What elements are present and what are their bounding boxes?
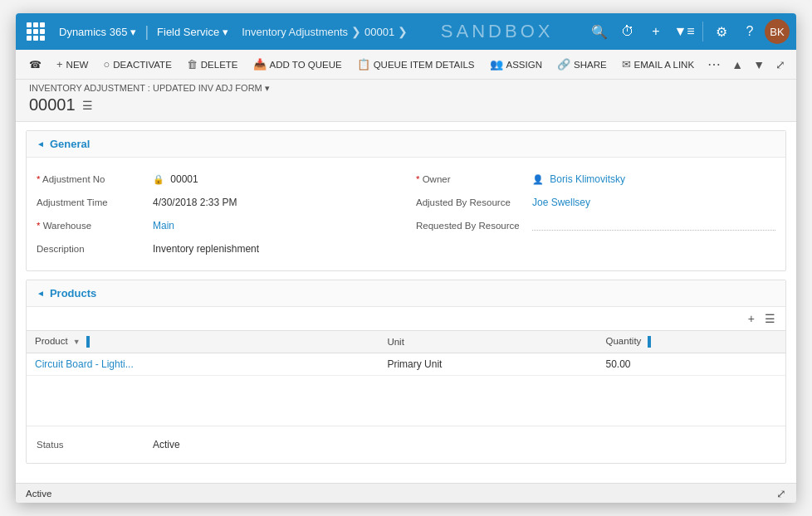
adjustment-no-label: Adjustment No — [37, 171, 153, 187]
product-column-header[interactable]: Product ▼ — [27, 331, 379, 353]
phone-icon[interactable]: ☎ — [22, 56, 48, 74]
new-nav-icon[interactable]: + — [643, 18, 669, 45]
breadcrumb-sep-1: ❯ — [351, 25, 361, 38]
more-actions-icon[interactable]: ⋯ — [702, 53, 726, 75]
new-button[interactable]: + NEW — [50, 55, 95, 74]
general-collapse-icon[interactable]: ◄ — [37, 139, 45, 148]
breadcrumb-area: Inventory Adjustments ❯ 00001 ❯ — [242, 25, 408, 38]
queue-item-details-label: QUEUE ITEM DETAILS — [374, 60, 475, 70]
products-toolbar: + ☰ — [27, 307, 785, 331]
record-id-row: 00001 ☰ — [29, 95, 783, 114]
breadcrumb-sep-2: ❯ — [398, 25, 408, 38]
warehouse-row: Warehouse Main — [37, 214, 396, 237]
assign-label: ASSIGN — [506, 60, 542, 70]
add-to-queue-label: ADD TO QUEUE — [270, 60, 342, 70]
adjusted-by-resource-value[interactable]: Joe Swellsey — [532, 194, 775, 211]
help-nav-icon[interactable]: ? — [736, 18, 763, 45]
adjustment-time-row: Adjustment Time 4/30/2018 2:33 PM — [37, 191, 396, 214]
quantity-cell: 50.00 — [598, 353, 785, 376]
assign-button[interactable]: 👥 ASSIGN — [483, 55, 549, 74]
add-to-queue-button[interactable]: 📥 ADD TO QUEUE — [247, 55, 349, 74]
warehouse-value[interactable]: Main — [153, 217, 396, 234]
record-toolbar: ☎ + NEW ○ DEACTIVATE 🗑 DELETE 📥 ADD TO Q… — [16, 50, 796, 80]
products-table-header: Product ▼ Unit Quantity — [27, 331, 785, 353]
general-section-title[interactable]: General — [50, 138, 90, 150]
owner-label: Owner — [416, 171, 532, 187]
unit-column-header[interactable]: Unit — [379, 331, 597, 353]
brand-nav-item[interactable]: Dynamics 365 ▾ — [52, 22, 143, 41]
breadcrumb-record[interactable]: 00001 — [364, 26, 394, 38]
bottom-status-text: Active — [26, 489, 51, 499]
product-col-indicator — [86, 336, 90, 348]
products-section-header[interactable]: ◄ Products — [27, 280, 785, 307]
status-row: Status Active — [37, 433, 775, 456]
waffle-menu-icon[interactable] — [22, 18, 49, 45]
expand-icon[interactable]: ⤢ — [770, 55, 790, 75]
user-avatar[interactable]: BK — [765, 19, 790, 44]
recent-nav-icon[interactable]: ⏱ — [614, 18, 641, 45]
products-table: Product ▼ Unit Quantity — [27, 331, 785, 376]
general-section-header[interactable]: ◄ General — [27, 131, 785, 158]
brand-label: Dynamics 365 — [59, 26, 127, 38]
product-sort-icon: ▼ — [73, 338, 81, 346]
general-left-col: Adjustment No 🔒 00001 Adjustment Time 4/… — [27, 164, 406, 264]
email-icon: ✉ — [622, 58, 631, 71]
delete-icon: 🗑 — [187, 58, 198, 71]
lock-icon: 🔒 — [153, 174, 164, 184]
top-navigation: Dynamics 365 ▾ | Field Service ▾ Invento… — [16, 13, 796, 50]
quantity-column-header[interactable]: Quantity — [598, 331, 785, 353]
module-chevron-icon: ▾ — [223, 26, 228, 38]
general-section: ◄ General Adjustment No 🔒 00001 Adjustme… — [26, 130, 786, 271]
description-row: Description Inventory replenishment — [37, 237, 396, 260]
search-nav-icon[interactable]: 🔍 — [586, 18, 613, 45]
nav-icons-group: 🔍 ⏱ + ▼≡ ⚙ ? BK — [586, 18, 790, 45]
status-label: Status — [37, 436, 153, 453]
nav-down-icon[interactable]: ▼ — [749, 55, 769, 75]
close-icon[interactable]: ✕ — [792, 55, 796, 75]
bottom-right-icons: ⤢ — [776, 487, 786, 500]
add-to-queue-icon: 📥 — [253, 58, 267, 71]
delete-button[interactable]: 🗑 DELETE — [180, 55, 245, 74]
email-a-link-button[interactable]: ✉ EMAIL A LINK — [615, 55, 701, 74]
record-header: INVENTORY ADJUSTMENT : UPDATED INV ADJ F… — [16, 80, 796, 122]
deactivate-label: DEACTIVATE — [113, 60, 172, 70]
person-icon: 👤 — [532, 174, 544, 184]
record-breadcrumb: INVENTORY ADJUSTMENT : UPDATED INV ADJ F… — [29, 83, 783, 94]
adjusted-by-resource-row: Adjusted By Resource Joe Swellsey — [416, 191, 775, 214]
owner-link[interactable]: Boris Klimovitsky — [550, 173, 625, 185]
settings-nav-icon[interactable]: ⚙ — [708, 18, 735, 45]
assign-icon: 👥 — [490, 58, 503, 71]
breadcrumb-dropdown-icon[interactable]: ▾ — [265, 83, 270, 93]
deactivate-icon: ○ — [103, 58, 110, 71]
new-icon: + — [56, 58, 63, 71]
add-product-icon[interactable]: + — [745, 310, 758, 327]
general-form-grid: Adjustment No 🔒 00001 Adjustment Time 4/… — [27, 158, 785, 270]
status-value: Active — [153, 436, 775, 453]
brand-chevron-icon: ▾ — [130, 26, 136, 38]
filter-nav-icon[interactable]: ▼≡ — [671, 18, 697, 45]
email-a-link-label: EMAIL A LINK — [634, 60, 694, 70]
nav-up-icon[interactable]: ▲ — [727, 55, 747, 75]
record-menu-icon[interactable]: ☰ — [82, 99, 93, 112]
adjustment-time-value: 4/30/2018 2:33 PM — [153, 194, 396, 211]
queue-item-details-button[interactable]: 📋 QUEUE ITEM DETAILS — [350, 55, 482, 74]
products-grid-view-icon[interactable]: ☰ — [761, 310, 779, 327]
adjustment-no-row: Adjustment No 🔒 00001 — [37, 168, 396, 191]
product-cell[interactable]: Circuit Board - Lighti... — [27, 353, 379, 376]
new-label: NEW — [66, 60, 89, 70]
products-table-body: Circuit Board - Lighti... Primary Unit 5… — [27, 353, 785, 376]
owner-value: 👤 Boris Klimovitsky — [532, 171, 775, 187]
products-empty-space — [27, 376, 785, 426]
bottom-expand-icon[interactable]: ⤢ — [776, 487, 786, 500]
share-icon: 🔗 — [557, 58, 570, 71]
phone-icon-glyph: ☎ — [29, 59, 42, 71]
breadcrumb-module[interactable]: Inventory Adjustments — [242, 26, 348, 38]
products-section-title[interactable]: Products — [50, 287, 96, 299]
products-collapse-icon[interactable]: ◄ — [37, 289, 45, 298]
quantity-col-indicator — [648, 336, 651, 348]
deactivate-button[interactable]: ○ DEACTIVATE — [96, 55, 178, 74]
share-button[interactable]: 🔗 SHARE — [550, 55, 614, 74]
toolbar-right: ▲ ▼ ⤢ ✕ — [727, 55, 796, 75]
delete-label: DELETE — [201, 60, 238, 70]
module-nav-item[interactable]: Field Service ▾ — [150, 22, 235, 41]
